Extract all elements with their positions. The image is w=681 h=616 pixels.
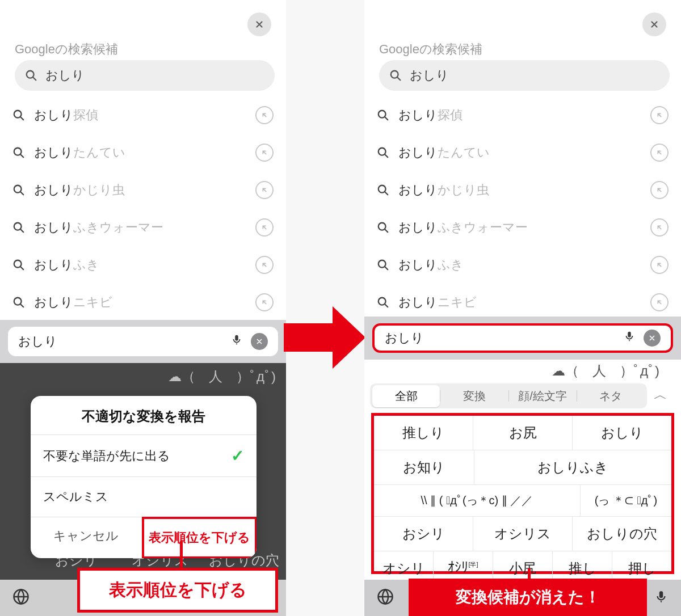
- candidate-cell[interactable]: おシリ: [374, 517, 473, 551]
- close-button[interactable]: [642, 12, 666, 36]
- candidate-cell[interactable]: おしりふき: [474, 450, 671, 484]
- insert-arrow-button[interactable]: [255, 293, 274, 311]
- globe-icon: [12, 588, 30, 605]
- collapse-candidates[interactable]: ︿: [649, 386, 672, 404]
- suggestion-row[interactable]: おしりたんてい: [364, 134, 681, 171]
- query-text: おしり: [45, 67, 85, 84]
- suggestion-row[interactable]: おしりたんてい: [0, 134, 286, 171]
- candidate-cell[interactable]: お知り: [374, 450, 474, 484]
- callout-text: 表示順位を下げる: [109, 580, 247, 599]
- callout-left: 表示順位を下げる: [77, 568, 278, 613]
- phone-left: Googleの検索候補 おしり おしり探偵おしりたんていおしりかじり虫おしりふき…: [0, 0, 286, 616]
- candidate-grid: 推しり お尻 おしり お知り おしりふき \\ ∥ ( ﾟдﾟ(っ＊c) ∥ ／…: [371, 413, 674, 574]
- suggestion-text: おしりかじり虫: [398, 182, 489, 199]
- candidate-cell[interactable]: \\ ∥ ( ﾟдﾟ(っ＊c) ∥ ／／: [374, 485, 581, 516]
- suggestions-heading: Googleの検索候補: [379, 41, 482, 58]
- suggestion-text: おしりたんてい: [34, 144, 125, 161]
- callout-stem: [180, 541, 183, 571]
- insert-arrow-button[interactable]: [255, 218, 274, 237]
- candidate-cell[interactable]: (っ ＊⊂ ﾟдﾟ): [581, 485, 671, 516]
- query-pill[interactable]: おしり: [15, 60, 275, 91]
- dialog-option-2[interactable]: スペルミス: [31, 476, 257, 517]
- suggestion-row[interactable]: おしりふき: [0, 246, 286, 284]
- check-icon: ✓: [231, 446, 244, 465]
- insert-arrow-button[interactable]: [650, 256, 669, 274]
- keyboard-modal-area: ☁（ 人 ）ﾟдﾟ) おシリ オシリス おしりの穴 不適切な変換を報告 不要な単…: [0, 363, 286, 616]
- clear-icon: [255, 337, 263, 345]
- suggestion-text: おしりニキビ: [34, 294, 112, 311]
- insert-arrow-button[interactable]: [650, 106, 669, 124]
- suggestion-row[interactable]: おしり探偵: [0, 96, 286, 134]
- candidate-cell[interactable]: お尻: [473, 416, 573, 450]
- tab-all[interactable]: 全部: [372, 385, 440, 407]
- url-input[interactable]: おしり: [8, 327, 278, 356]
- phone-right: Googleの検索候補 おしり おしり探偵おしりたんていおしりかじり虫おしりふき…: [364, 0, 681, 616]
- clear-button[interactable]: [251, 333, 268, 350]
- suggestion-list-right: おしり探偵おしりたんていおしりかじり虫おしりふきウォーマーおしりふきおしりニキビ: [364, 96, 681, 321]
- arrow-upleft-icon: [260, 111, 269, 120]
- search-icon: [377, 221, 389, 234]
- search-icon: [12, 259, 25, 271]
- suggestion-row[interactable]: おしりふきウォーマー: [0, 209, 286, 246]
- option-label: スペルミス: [43, 488, 108, 505]
- search-icon: [25, 69, 37, 82]
- mic-button[interactable]: [623, 330, 636, 346]
- insert-arrow-button[interactable]: [255, 181, 274, 199]
- suggestion-text: おしりふきウォーマー: [398, 219, 528, 236]
- tab-face[interactable]: 顔/絵文字: [509, 385, 577, 407]
- suggestion-row[interactable]: おしりかじり虫: [364, 171, 681, 209]
- clear-button[interactable]: [644, 330, 661, 347]
- insert-arrow-button[interactable]: [255, 144, 274, 162]
- arrow-upleft-icon: [655, 260, 664, 269]
- mic-icon: [623, 330, 636, 343]
- candidate-cell[interactable]: おしり: [573, 416, 671, 450]
- insert-arrow-button[interactable]: [650, 293, 669, 311]
- insert-arrow-button[interactable]: [650, 144, 669, 162]
- insert-arrow-button[interactable]: [255, 256, 274, 274]
- search-icon: [12, 221, 25, 234]
- suggestion-row[interactable]: おしりかじり虫: [0, 171, 286, 209]
- suggestion-list-left: おしり探偵おしりたんていおしりかじり虫おしりふきウォーマーおしりふきおしりニキビ: [0, 96, 286, 321]
- report-dialog: 不適切な変換を報告 不要な単語が先に出る ✓ スペルミス キャンセル 表示順位を…: [31, 396, 257, 558]
- tab-neta[interactable]: ネタ: [577, 385, 645, 407]
- cancel-button[interactable]: キャンセル: [31, 517, 142, 558]
- insert-arrow-button[interactable]: [650, 181, 669, 199]
- candidate-cell[interactable]: 推しり: [374, 416, 473, 450]
- suggestion-row[interactable]: おしりニキビ: [0, 284, 286, 321]
- close-button[interactable]: [247, 12, 271, 36]
- globe-icon: [377, 588, 394, 605]
- globe-button[interactable]: [377, 588, 394, 607]
- suggestion-row[interactable]: おしり探偵: [364, 96, 681, 134]
- search-icon: [12, 296, 25, 309]
- arrow-upleft-icon: [260, 185, 269, 195]
- dialog-title: 不適切な変換を報告: [31, 396, 257, 434]
- search-icon: [12, 184, 25, 196]
- suggestion-text: おしり探偵: [398, 107, 463, 124]
- query-pill[interactable]: おしり: [379, 60, 670, 91]
- search-icon: [377, 146, 389, 159]
- url-input-highlighted[interactable]: おしり: [372, 323, 673, 353]
- mic-button[interactable]: [230, 334, 243, 349]
- candidate-cell[interactable]: オシリス: [473, 517, 573, 551]
- insert-arrow-button[interactable]: [255, 106, 274, 124]
- dialog-option-1[interactable]: 不要な単語が先に出る ✓: [31, 434, 257, 476]
- lower-rank-button[interactable]: 表示順位を下げる: [142, 517, 257, 558]
- insert-arrow-button[interactable]: [650, 218, 669, 237]
- transition-arrow: [284, 306, 364, 369]
- candidate-cell[interactable]: おしりの穴: [573, 517, 671, 551]
- arrow-upleft-icon: [260, 260, 269, 269]
- search-icon: [389, 69, 402, 82]
- suggestion-text: おしりふき: [398, 256, 464, 273]
- globe-button[interactable]: [12, 588, 30, 607]
- suggestion-row[interactable]: おしりニキビ: [364, 284, 681, 321]
- suggestion-text: おしりかじり虫: [34, 182, 125, 199]
- kaomoji-strip: ☁（ 人 ）ﾟдﾟ): [168, 368, 276, 386]
- suggestion-text: おしりふきウォーマー: [34, 219, 163, 236]
- input-text: おしり: [18, 333, 57, 350]
- mic-icon: [654, 589, 669, 604]
- suggestion-row[interactable]: おしりふき: [364, 246, 681, 284]
- candidate-tabs: 全部 変換 顔/絵文字 ネタ: [370, 383, 647, 408]
- mic-button[interactable]: [654, 589, 669, 606]
- suggestion-row[interactable]: おしりふきウォーマー: [364, 209, 681, 246]
- tab-henkan[interactable]: 変換: [440, 385, 508, 407]
